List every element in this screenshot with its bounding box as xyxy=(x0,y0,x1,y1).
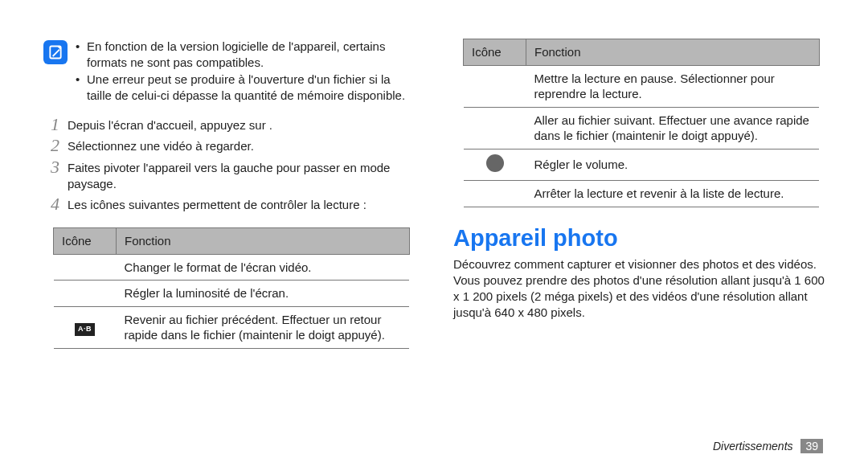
left-column: En fonction de la version logicielle de … xyxy=(43,39,415,349)
icon-cell xyxy=(54,281,117,307)
step: 1Depuis l'écran d'accueil, appuyez sur . xyxy=(43,116,415,133)
function-cell: Régler la luminosité de l'écran. xyxy=(117,281,410,307)
step-text: Les icônes suivantes permettent de contr… xyxy=(68,195,415,213)
function-cell: Revenir au fichier précédent. Effectuer … xyxy=(117,306,410,348)
ab-repeat-icon: A·B xyxy=(75,323,95,336)
icon-cell: A·B xyxy=(54,306,117,348)
right-column: Icône Fonction Mettre la lecture en paus… xyxy=(453,39,825,349)
step-number: 1 xyxy=(43,116,59,133)
step: 4Les icônes suivantes permettent de cont… xyxy=(43,195,415,213)
table-row: Arrêter la lecture et revenir à la liste… xyxy=(464,181,820,207)
footer-section: Divertissements xyxy=(713,440,793,453)
function-cell: Aller au fichier suivant. Effectuer une … xyxy=(526,107,820,149)
table-row: Changer le format de l'écran vidéo. xyxy=(54,254,410,281)
step-number: 2 xyxy=(43,137,59,154)
function-cell: Mettre la lecture en pause. Sélectionner… xyxy=(526,65,820,107)
steps-list: 1Depuis l'écran d'accueil, appuyez sur .… xyxy=(43,116,415,213)
icon-cell xyxy=(464,65,526,107)
table-header-icon: Icône xyxy=(464,39,526,66)
table-header-icon: Icône xyxy=(54,228,117,255)
footer-page-number: 39 xyxy=(800,439,823,453)
note-item: En fonction de la version logicielle de … xyxy=(76,39,415,70)
icons-table-right: Icône Fonction Mettre la lecture en paus… xyxy=(463,39,820,207)
note-item: Une erreur peut se produire à l'ouvertur… xyxy=(76,72,415,103)
page: En fonction de la version logicielle de … xyxy=(0,0,868,349)
note-icon xyxy=(43,40,68,64)
step-number: 4 xyxy=(43,195,59,213)
table-row: Régler la luminosité de l'écran. xyxy=(54,281,410,307)
function-cell: Régler le volume. xyxy=(526,149,820,181)
table-row: Aller au fichier suivant. Effectuer une … xyxy=(464,107,820,149)
step-text: Depuis l'écran d'accueil, appuyez sur . xyxy=(68,116,415,133)
icon-cell xyxy=(464,181,526,207)
icon-cell xyxy=(464,107,526,149)
table-header-function: Fonction xyxy=(526,39,820,66)
note-box: En fonction de la version logicielle de … xyxy=(43,39,415,104)
note-list: En fonction de la version logicielle de … xyxy=(76,39,415,104)
step: 2Sélectionnez une vidéo à regarder. xyxy=(43,137,415,154)
table-header-function: Fonction xyxy=(117,228,410,255)
function-cell: Arrêter la lecture et revenir à la liste… xyxy=(526,181,820,207)
icon-cell xyxy=(54,254,117,281)
icon-cell xyxy=(464,149,526,181)
section-heading: Appareil photo xyxy=(453,225,825,252)
step-text: Faites pivoter l'appareil vers la gauche… xyxy=(68,158,415,193)
section-body: Découvrez comment capturer et visionner … xyxy=(453,256,825,322)
function-cell: Changer le format de l'écran vidéo. xyxy=(117,254,410,281)
icons-table-left: Icône Fonction Changer le format de l'éc… xyxy=(53,227,410,349)
page-footer: Divertissements 39 xyxy=(713,439,823,453)
step-text: Sélectionnez une vidéo à regarder. xyxy=(68,137,415,154)
step: 3Faites pivoter l'appareil vers la gauch… xyxy=(43,158,415,193)
table-row: A·B Revenir au fichier précédent. Effect… xyxy=(54,306,410,348)
table-row: Mettre la lecture en pause. Sélectionner… xyxy=(464,65,820,107)
volume-icon xyxy=(486,154,504,172)
table-row: Régler le volume. xyxy=(464,149,820,181)
step-number: 3 xyxy=(43,158,59,193)
